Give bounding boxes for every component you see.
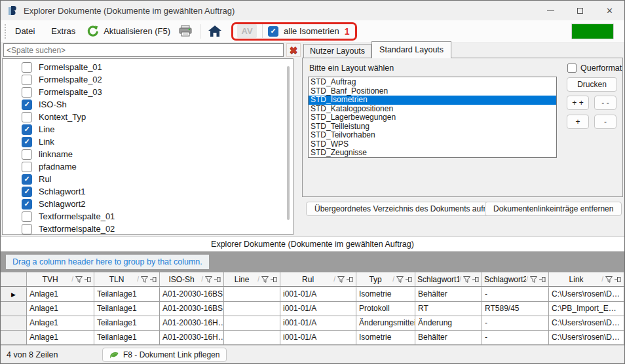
filter-funnel-icon[interactable]	[141, 276, 148, 283]
table-cell[interactable]: i001-01/A	[280, 316, 356, 330]
close-button[interactable]: ✕	[595, 1, 624, 20]
checkbox-unchecked-icon[interactable]	[22, 162, 32, 172]
f8-document-link-button[interactable]: F8 - Dokument Link pflegen	[102, 348, 227, 362]
toolbar-grip-icon[interactable]	[5, 24, 6, 39]
column-list-scrollbar[interactable]	[287, 66, 290, 220]
table-cell[interactable]: Behälter	[415, 331, 482, 344]
home-button[interactable]	[204, 22, 226, 41]
table-cell[interactable]: -	[482, 287, 549, 301]
layout-item[interactable]: STD_Teilvorhaben	[309, 131, 556, 140]
push-pin-icon[interactable]	[150, 276, 157, 283]
checkbox-unchecked-icon[interactable]	[22, 62, 32, 73]
table-cell[interactable]: Isometrie	[356, 331, 415, 344]
column-item[interactable]: pfadname	[3, 160, 293, 173]
iso-filter-checkbox[interactable]	[268, 26, 278, 37]
column-item[interactable]: Rul	[3, 173, 293, 185]
menu-extras[interactable]: Extras	[44, 23, 83, 39]
column-item[interactable]: Formelspalte_02	[3, 73, 293, 86]
filter-funnel-icon[interactable]	[337, 276, 345, 283]
print-button[interactable]	[174, 22, 197, 40]
column-item[interactable]: Textformelspalte_02	[3, 223, 293, 235]
table-cell[interactable]: Behälter	[415, 287, 482, 301]
table-cell[interactable]: C:\PB_Import_E…	[549, 302, 624, 316]
checkbox-unchecked-icon[interactable]	[22, 75, 32, 85]
clear-search-button[interactable]: ✖	[286, 43, 301, 57]
column-item[interactable]: Line	[3, 123, 293, 136]
column-item[interactable]: Link	[3, 136, 293, 148]
table-cell[interactable]: A01-20030-16H…	[160, 331, 224, 344]
table-cell[interactable]: -	[482, 331, 549, 344]
push-pin-icon[interactable]	[347, 276, 354, 283]
push-pin-icon[interactable]	[615, 276, 622, 283]
table-cell[interactable]	[224, 302, 280, 316]
push-pin-icon[interactable]	[406, 276, 413, 283]
minus-button[interactable]: -	[594, 115, 616, 129]
tab-nutzer-layouts[interactable]: Nutzer Layouts	[303, 44, 371, 58]
table-cell[interactable]: Anlage1	[27, 316, 94, 330]
remove-document-links-button[interactable]: Dokumentenlinkeinträge entfernen	[485, 202, 622, 216]
layout-item[interactable]: STD_Isometrien	[309, 96, 556, 105]
plus-plus-button[interactable]: + +	[567, 96, 589, 110]
column-header[interactable]: Typ/	[356, 272, 415, 286]
filter-funnel-icon[interactable]	[205, 276, 212, 283]
filter-funnel-icon[interactable]	[261, 276, 269, 283]
push-pin-icon[interactable]	[539, 276, 546, 283]
filter-funnel-icon[interactable]	[75, 276, 83, 283]
table-cell[interactable]: i001-01/A	[280, 287, 356, 301]
table-cell[interactable]	[224, 287, 280, 301]
drucken-button[interactable]: Drucken	[567, 77, 617, 92]
column-header[interactable]: Schlagwort2/	[482, 272, 549, 286]
column-search-input[interactable]	[3, 43, 284, 57]
open-parent-directory-button[interactable]: Übergeordnetes Verzeichnis des Dokuments…	[306, 202, 510, 216]
table-cell[interactable]: A01-20030-16BS…	[160, 287, 224, 301]
column-item[interactable]: linkname	[3, 148, 293, 160]
column-item[interactable]: Formelspalte_01	[3, 61, 293, 73]
minimize-button[interactable]	[536, 1, 565, 20]
push-pin-icon[interactable]	[271, 276, 278, 283]
column-item[interactable]: Textformelspalte_01	[3, 210, 293, 223]
layout-item[interactable]: STD_Banf_Positionen	[309, 87, 556, 96]
table-cell[interactable]	[224, 331, 280, 344]
row-selector[interactable]	[1, 302, 27, 316]
layout-item[interactable]: STD_Lagerbewegungen	[309, 113, 556, 122]
table-cell[interactable]: C:\Users\rosen\D…	[549, 331, 624, 344]
table-cell[interactable]: C:\Users\rosen\D…	[549, 316, 624, 330]
filter-funnel-icon[interactable]	[396, 276, 404, 283]
menu-datei[interactable]: Datei	[8, 23, 42, 39]
table-cell[interactable]: RT589/45	[482, 302, 549, 316]
layout-item[interactable]: STD_WPS	[309, 140, 556, 149]
table-cell[interactable]: i001-01/A	[280, 331, 356, 344]
plus-button[interactable]: +	[567, 115, 589, 129]
tab-standard-layouts[interactable]: Standard Layouts	[371, 41, 451, 58]
filter-funnel-icon[interactable]	[605, 276, 613, 283]
filter-funnel-icon[interactable]	[530, 276, 537, 283]
checkbox-checked-icon[interactable]	[22, 100, 32, 110]
push-pin-icon[interactable]	[85, 276, 92, 283]
grid-group-panel[interactable]: Drag a column header here to group by th…	[1, 251, 624, 272]
table-cell[interactable]: Isometrie	[356, 287, 415, 301]
table-cell[interactable]: RT	[415, 302, 482, 316]
filter-funnel-icon[interactable]	[463, 276, 470, 283]
checkbox-unchecked-icon[interactable]	[22, 149, 32, 160]
checkbox-checked-icon[interactable]	[22, 199, 32, 209]
table-cell[interactable]: Änderung	[415, 316, 482, 330]
layout-item[interactable]: STD_Auftrag	[309, 78, 556, 87]
layout-item[interactable]: STD_Zeugnisse	[309, 149, 556, 158]
table-cell[interactable]: Anlage1	[27, 287, 94, 301]
table-cell[interactable]: -	[482, 316, 549, 330]
column-header[interactable]: ISO-Sh/	[160, 272, 224, 286]
table-cell[interactable]: A01-20030-16BS…	[160, 302, 224, 316]
push-pin-icon[interactable]	[472, 276, 480, 283]
table-cell[interactable]: C:\Users\rosen\D…	[549, 287, 624, 301]
table-cell[interactable]: Teilanlage1	[94, 287, 160, 301]
column-header[interactable]: Schlagwort1/	[415, 272, 482, 286]
column-item[interactable]: Schlagwort2	[3, 198, 293, 210]
layout-item[interactable]: STD_Katalogpositionen	[309, 105, 556, 114]
row-selector-current[interactable]	[1, 287, 27, 301]
row-selector[interactable]	[1, 331, 27, 344]
column-header[interactable]: Line/	[224, 272, 280, 286]
table-cell[interactable]: A01-20030-16H…	[160, 316, 224, 330]
column-item[interactable]: Schlagwort1	[3, 185, 293, 198]
checkbox-checked-icon[interactable]	[22, 174, 32, 185]
column-header[interactable]: Rul/	[280, 272, 356, 286]
